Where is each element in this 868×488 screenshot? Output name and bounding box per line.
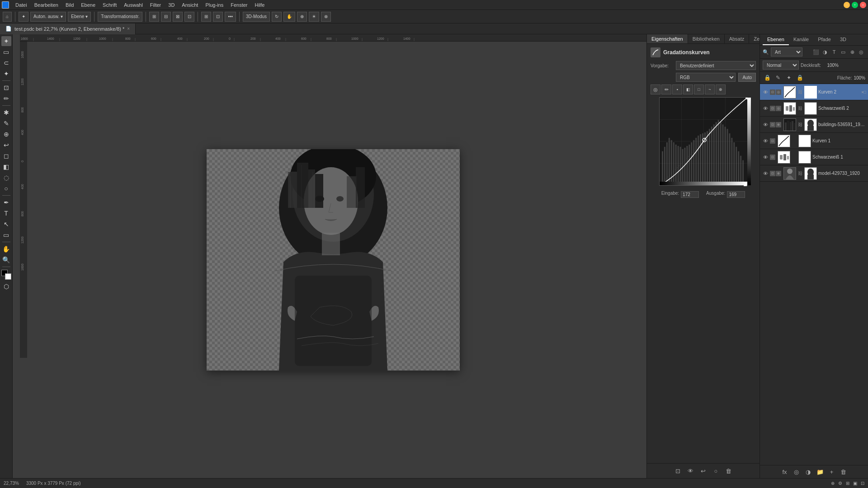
healing-tool[interactable]: ✱ bbox=[1, 108, 11, 117]
input-value[interactable] bbox=[681, 191, 699, 198]
color-swatches[interactable] bbox=[1, 270, 11, 280]
menu-ebene[interactable]: Ebene bbox=[77, 1, 99, 9]
background-color[interactable] bbox=[5, 273, 11, 280]
select-tool-button[interactable]: ✦ bbox=[19, 12, 28, 22]
layer-eye-buildings[interactable]: 👁 bbox=[762, 121, 769, 128]
filter-type-button[interactable]: T bbox=[830, 48, 838, 56]
mode3d-button[interactable]: 3D-Modus bbox=[243, 12, 270, 22]
crop-tool[interactable]: ⊡ bbox=[1, 83, 11, 93]
pan-button[interactable]: ✋ bbox=[283, 12, 295, 22]
lock-paint-button[interactable]: ✎ bbox=[774, 73, 783, 82]
close-button[interactable]: × bbox=[860, 2, 866, 8]
canvas-image[interactable] bbox=[207, 149, 460, 371]
add-group-button[interactable]: 📁 bbox=[816, 467, 825, 476]
curve-tool-midtone[interactable]: ◧ bbox=[683, 84, 693, 94]
layer-eye-kurven2[interactable]: 👁 bbox=[762, 89, 769, 96]
camera-button[interactable]: ⊕ bbox=[297, 12, 307, 22]
light-button[interactable]: ☀ bbox=[309, 12, 319, 22]
eye-button[interactable]: 👁 bbox=[686, 466, 695, 475]
align-v-button[interactable]: ⊡ bbox=[213, 12, 223, 22]
history-brush-tool[interactable]: ↩ bbox=[1, 140, 11, 150]
tab-eigenschaften[interactable]: Eigenschaften bbox=[647, 34, 688, 43]
gradient-tool[interactable]: ◧ bbox=[1, 162, 11, 172]
tab-kanaele[interactable]: Kanäle bbox=[789, 34, 813, 45]
move-tool[interactable]: ✦ bbox=[1, 36, 11, 46]
eyedropper-tool[interactable]: ✏ bbox=[1, 94, 11, 103]
more-button[interactable]: ••• bbox=[225, 12, 236, 22]
lock-transparent-button[interactable]: 🔒 bbox=[763, 73, 772, 82]
delete-layer-button[interactable]: 🗑 bbox=[839, 467, 848, 476]
vorgabe-select[interactable]: Benutzerdefiniert bbox=[676, 61, 756, 70]
transform-button[interactable]: Transformationsstr. bbox=[98, 12, 142, 22]
magic-wand-tool[interactable]: ✦ bbox=[1, 69, 11, 79]
maximize-button[interactable]: + bbox=[852, 2, 858, 8]
layer-eye-kurven1[interactable]: 👁 bbox=[762, 137, 769, 145]
tab-close-icon[interactable]: × bbox=[127, 26, 130, 31]
align-right-button[interactable]: ⊠ bbox=[173, 12, 183, 22]
tab-ebenen[interactable]: Ebenen bbox=[763, 34, 789, 45]
layer-eye-model[interactable]: 👁 bbox=[762, 170, 769, 177]
menu-3d[interactable]: 3D bbox=[165, 1, 178, 9]
minimize-button[interactable]: − bbox=[844, 2, 850, 8]
output-value[interactable] bbox=[727, 191, 745, 198]
menu-bearbeiten[interactable]: Bearbeiten bbox=[31, 1, 62, 9]
quick-mask-tool[interactable]: ⬡ bbox=[1, 282, 11, 291]
menu-plugins[interactable]: Plug-ins bbox=[202, 1, 227, 9]
fx-button[interactable]: fx bbox=[780, 467, 789, 476]
eraser-tool[interactable]: ◻ bbox=[1, 151, 11, 161]
home-button[interactable]: ⌂ bbox=[3, 12, 12, 22]
align-center-button[interactable]: ⊟ bbox=[161, 12, 171, 22]
menu-bild[interactable]: Bild bbox=[62, 1, 77, 9]
curve-tool-shadow[interactable]: ▪ bbox=[672, 84, 682, 94]
menu-ansicht[interactable]: Ansicht bbox=[178, 1, 202, 9]
filter-smart-button[interactable]: ⊕ bbox=[848, 48, 856, 56]
layer-eye-sw2[interactable]: 👁 bbox=[762, 105, 769, 112]
tab-bibliotheken[interactable]: Bibliotheken bbox=[688, 34, 725, 43]
lock-all-button[interactable]: 🔒 bbox=[795, 73, 804, 82]
layer-item-sw2[interactable]: 👁 ⊡ ◎ ⛓ Schwarzweiß 2 bbox=[760, 100, 868, 117]
blend-mode-select[interactable]: Normal bbox=[763, 61, 799, 70]
curve-tool-channel[interactable]: ⊕ bbox=[716, 84, 726, 94]
path-select-tool[interactable]: ↖ bbox=[1, 219, 11, 229]
add-mask-button[interactable]: ◎ bbox=[792, 467, 801, 476]
filter-adj-button[interactable]: ◑ bbox=[821, 48, 829, 56]
layer-item-sw1[interactable]: 👁 ⊡ Schwarzweiß 1 bbox=[760, 149, 868, 165]
auton-button[interactable]: Auton. ausw. ▾ bbox=[30, 12, 66, 22]
zoom-tool[interactable]: 🔍 bbox=[1, 255, 11, 265]
blur-tool[interactable]: ◌ bbox=[1, 173, 11, 183]
pen-tool[interactable]: ✒ bbox=[1, 197, 11, 207]
layer-item-kurven1[interactable]: 👁 ⊡ Kurven 1 bbox=[760, 133, 868, 149]
dodge-tool[interactable]: ○ bbox=[1, 183, 11, 193]
filter-toggle-button[interactable]: ◎ bbox=[857, 48, 865, 56]
delete-button[interactable]: 🗑 bbox=[724, 466, 733, 475]
align-left-button[interactable]: ⊞ bbox=[149, 12, 159, 22]
brush-tool[interactable]: ✎ bbox=[1, 118, 11, 128]
curves-graph[interactable] bbox=[659, 97, 748, 186]
layer-eye-sw1[interactable]: 👁 bbox=[762, 154, 769, 161]
visibility-button[interactable]: ○ bbox=[712, 466, 721, 475]
curve-tool-node[interactable]: ◎ bbox=[651, 84, 660, 94]
filter-pixel-button[interactable]: ⬛ bbox=[812, 48, 820, 56]
menu-hilfe[interactable]: Hilfe bbox=[251, 1, 268, 9]
add-layer-button[interactable]: + bbox=[827, 467, 836, 476]
rotate-button[interactable]: ↻ bbox=[272, 12, 282, 22]
auto-button[interactable]: Auto bbox=[738, 73, 756, 82]
menu-auswahl[interactable]: Auswahl bbox=[120, 1, 146, 9]
menu-datei[interactable]: Datei bbox=[12, 1, 31, 9]
art-select[interactable]: Art bbox=[771, 47, 802, 56]
hand-tool[interactable]: ✋ bbox=[1, 244, 11, 254]
reset-button[interactable]: ↩ bbox=[699, 466, 708, 475]
align-h-button[interactable]: ⊞ bbox=[201, 12, 211, 22]
layer-item-kurven2[interactable]: 👁 ⊡ ◎ ⛓ Kurven 2 ×□ bbox=[760, 84, 868, 100]
ebene-button[interactable]: Ebene ▾ bbox=[68, 12, 91, 22]
lock-move-button[interactable]: ✦ bbox=[784, 73, 793, 82]
extra-button[interactable]: ⊗ bbox=[321, 12, 331, 22]
curve-tool-smooth[interactable]: ~ bbox=[705, 84, 715, 94]
tab-3d[interactable]: 3D bbox=[835, 34, 851, 45]
tab-pfade[interactable]: Pfade bbox=[813, 34, 835, 45]
status-settings-icon[interactable]: ⚙ bbox=[838, 481, 842, 486]
select-rect-tool[interactable]: ▭ bbox=[1, 47, 11, 57]
channel-select[interactable]: RGB bbox=[676, 73, 736, 82]
layer-item-buildings[interactable]: 👁 ⊡ ⊕ ⛓ bbox=[760, 117, 868, 133]
filter-shape-button[interactable]: ▭ bbox=[839, 48, 847, 56]
